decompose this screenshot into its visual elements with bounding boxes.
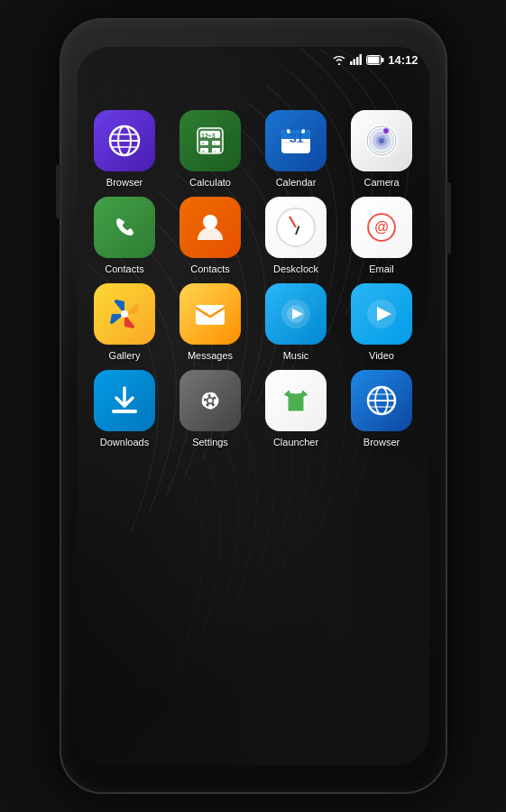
music-icon: [265, 283, 327, 345]
camera-icon: [351, 110, 412, 171]
svg-text:+: +: [202, 148, 206, 153]
app-downloads-label: Downloads: [100, 437, 149, 448]
app-clauncher[interactable]: Clauncher: [258, 370, 335, 448]
svg-point-36: [379, 138, 384, 143]
app-gallery-label: Gallery: [109, 350, 141, 361]
app-browser-purple[interactable]: Browser: [87, 110, 163, 188]
svg-rect-3: [360, 54, 363, 65]
app-contacts-green-label: Contacts: [105, 263, 143, 274]
app-messages[interactable]: Messages: [172, 283, 249, 361]
svg-rect-46: [196, 305, 225, 325]
svg-rect-2: [356, 57, 359, 65]
downloads-icon: [94, 370, 155, 431]
app-music-label: Music: [283, 350, 309, 361]
app-calendar[interactable]: 31 Calendar: [258, 110, 335, 188]
app-gallery[interactable]: Gallery: [87, 283, 163, 361]
app-deskclock[interactable]: Deskclock: [258, 197, 335, 274]
svg-rect-5: [382, 58, 384, 62]
status-bar: 14:12: [78, 47, 429, 72]
app-calculator[interactable]: 12÷3 × ÷ + − Calculato: [172, 110, 249, 188]
svg-text:−: −: [214, 148, 217, 153]
status-icons: 14:12: [332, 53, 418, 67]
app-music[interactable]: Music: [258, 283, 335, 361]
phone-screen: 14:12 Browser: [78, 47, 429, 765]
app-deskclock-label: Deskclock: [273, 263, 318, 274]
signal-icon: [350, 54, 363, 65]
svg-point-41: [203, 215, 217, 229]
apps-grid: Browser 12÷3 × ÷ + −: [78, 92, 429, 765]
svg-point-45: [121, 310, 128, 318]
svg-rect-51: [112, 410, 137, 413]
svg-text:12÷3: 12÷3: [201, 133, 216, 139]
svg-text:×: ×: [202, 141, 206, 146]
app-clauncher-label: Clauncher: [273, 437, 318, 448]
app-contacts-green[interactable]: Contacts: [87, 197, 163, 274]
app-browser-blue[interactable]: Browser: [344, 370, 420, 448]
app-calculator-label: Calculato: [189, 177, 231, 188]
status-time: 14:12: [388, 53, 418, 67]
app-downloads[interactable]: Downloads: [87, 370, 163, 448]
browser-purple-icon: [94, 110, 155, 171]
app-browser-purple-label: Browser: [106, 177, 143, 188]
settings-icon: [179, 370, 241, 431]
browser-blue-icon: [351, 370, 412, 431]
app-settings[interactable]: Settings: [172, 370, 249, 448]
wifi-icon: [332, 54, 346, 65]
app-browser-blue-label: Browser: [363, 437, 400, 448]
gallery-icon: [94, 283, 155, 345]
app-contacts-orange[interactable]: Contacts: [172, 197, 249, 274]
app-email[interactable]: @ Email: [344, 197, 420, 274]
app-contacts-orange-label: Contacts: [190, 263, 229, 274]
battery-icon: [366, 55, 384, 65]
app-calendar-label: Calendar: [276, 177, 317, 188]
svg-point-40: [384, 129, 388, 133]
app-email-label: Email: [369, 263, 394, 274]
clauncher-icon: [265, 370, 327, 431]
email-icon: @: [351, 197, 412, 258]
calendar-icon: 31: [265, 110, 327, 171]
svg-text:31: 31: [290, 131, 304, 145]
app-video-label: Video: [369, 350, 394, 361]
phone-body: 14:12 Browser: [60, 18, 447, 794]
svg-rect-1: [354, 60, 356, 66]
svg-text:@: @: [374, 219, 389, 235]
svg-point-54: [208, 399, 213, 403]
app-camera[interactable]: Camera: [344, 110, 420, 188]
app-settings-label: Settings: [192, 437, 228, 448]
app-messages-label: Messages: [188, 350, 233, 361]
video-icon: [351, 283, 412, 345]
deskclock-icon: [265, 197, 327, 258]
messages-icon: [179, 283, 241, 345]
contacts-orange-icon: [179, 197, 241, 258]
app-camera-label: Camera: [363, 177, 399, 188]
calculator-icon: 12÷3 × ÷ + −: [179, 110, 241, 171]
svg-rect-6: [368, 56, 380, 63]
svg-rect-0: [350, 61, 353, 65]
app-video[interactable]: Video: [344, 283, 420, 361]
svg-rect-30: [287, 129, 290, 133]
contacts-green-icon: [94, 197, 155, 258]
svg-rect-31: [302, 129, 305, 133]
svg-rect-55: [290, 390, 302, 393]
